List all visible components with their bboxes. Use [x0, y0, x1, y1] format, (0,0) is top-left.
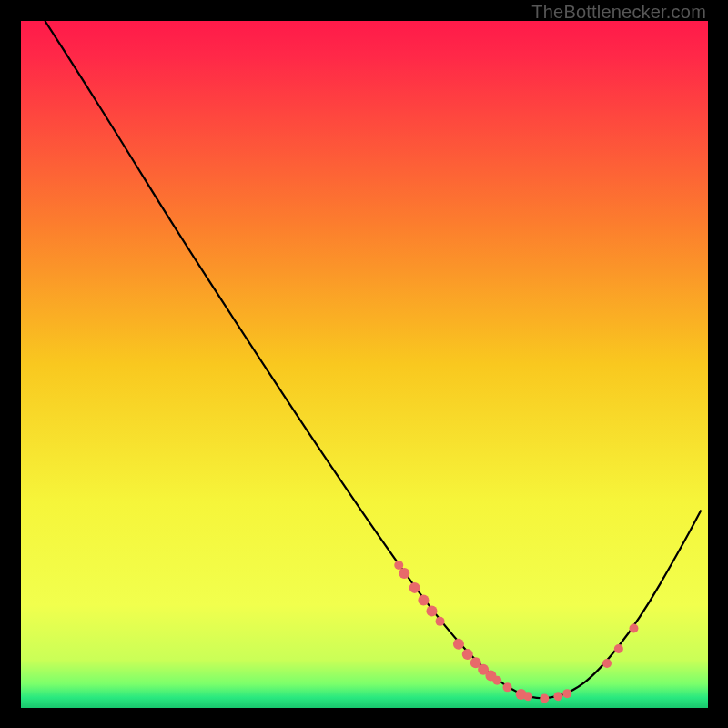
data-marker [462, 649, 473, 660]
data-marker [540, 693, 549, 703]
data-marker [614, 644, 623, 653]
chart-canvas [21, 21, 708, 708]
data-marker [553, 692, 562, 701]
data-marker [399, 568, 410, 579]
data-marker [410, 582, 420, 593]
watermark-text: TheBottlenecker.com [531, 2, 706, 23]
data-marker [629, 623, 638, 632]
data-marker [436, 617, 445, 626]
data-marker [394, 561, 403, 570]
gradient-background [21, 21, 708, 708]
data-marker [492, 676, 501, 685]
data-marker [523, 692, 532, 701]
data-marker [562, 689, 571, 698]
data-marker [602, 659, 612, 668]
data-marker [503, 682, 512, 692]
data-marker [426, 606, 437, 617]
plot-area [21, 21, 708, 708]
data-marker [418, 594, 429, 605]
data-marker [453, 639, 464, 650]
